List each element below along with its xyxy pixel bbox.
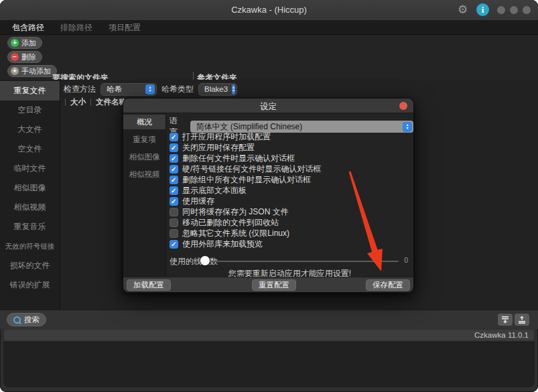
option-checkbox[interactable]: ✓ — [170, 143, 178, 152]
option-checkbox[interactable]: ✓ — [170, 165, 178, 174]
tab-included-paths[interactable]: 包含路径 — [5, 20, 51, 36]
add-path-button[interactable]: + 添加 — [7, 37, 42, 49]
add-icon: + — [11, 39, 19, 47]
sidebar-item-duplicate-files[interactable]: 重复文件 — [0, 81, 60, 101]
app-window: Czkawka - (Hiccup) ⚙ i 包含路径 排除路径 项目配置 + … — [0, 0, 538, 392]
remove-path-button[interactable]: − 删除 — [7, 51, 42, 63]
threads-slider-row: 使用的线程数 0 — [170, 255, 408, 266]
action-bar: 搜索 — [0, 310, 538, 329]
dialog-tabs: 概况 重复项 相似图像 相似视频 — [123, 113, 166, 277]
up-arrow-lines-icon — [518, 316, 526, 324]
sidebar-item-bad-extensions[interactable]: 错误的扩展 — [0, 275, 60, 295]
tab-project-config[interactable]: 项目配置 — [102, 20, 147, 36]
results-table-header: 大小 文件名称 — [60, 97, 127, 107]
remove-icon: − — [11, 53, 19, 61]
minimize-button[interactable] — [497, 6, 505, 14]
language-value: 简体中文 (Simplified Chinese) — [196, 121, 303, 133]
option-checkbox[interactable]: ✓ — [170, 186, 178, 195]
option-checkbox[interactable] — [170, 229, 178, 238]
sidebar-item-empty-dirs[interactable]: 空目录 — [0, 101, 60, 120]
option-checkbox[interactable]: ✓ — [170, 240, 178, 249]
option-row: ✓硬/符号链接任何文件时显示确认对话框 — [170, 164, 321, 175]
option-row: ✓使用外部库来加载预览 — [170, 239, 263, 250]
sidebar-item-broken-files[interactable]: 损坏的文件 — [0, 256, 60, 275]
sidebar-item-temp-files[interactable]: 临时文件 — [0, 159, 60, 178]
settings-gear-icon[interactable]: ⚙ — [458, 3, 468, 17]
option-checkbox[interactable]: ✓ — [170, 176, 178, 184]
dialog-tab-general[interactable]: 概况 — [123, 115, 165, 129]
dialog-close-button[interactable] — [399, 102, 407, 110]
add-path-label: 添加 — [21, 38, 36, 48]
compare-stack-button[interactable] — [498, 314, 513, 326]
reset-config-button[interactable]: 重置配置 — [252, 279, 296, 291]
check-method-label: 检查方法 — [64, 84, 96, 95]
option-row: 同时将缓存保存为 JSON 文件 — [170, 206, 289, 218]
window-controls — [497, 6, 531, 14]
spinner-arrows-icon: ▴▾ — [145, 84, 155, 94]
check-method-value: 哈希 — [107, 84, 122, 94]
bottom-text-panel — [3, 342, 535, 388]
option-row: ✓显示底部文本面板 — [170, 185, 247, 196]
option-checkbox[interactable]: ✓ — [170, 133, 178, 141]
dialog-title: 设定 — [123, 101, 413, 113]
option-row: 忽略其它文件系统 (仅限Linux) — [170, 228, 289, 239]
search-icon — [13, 316, 21, 324]
sidebar-item-similar-images[interactable]: 相似图像 — [0, 178, 60, 198]
option-checkbox[interactable] — [170, 218, 178, 227]
tab-excluded-paths[interactable]: 排除路径 — [54, 20, 99, 36]
option-row: 移动已删除的文件到回收站 — [170, 217, 279, 228]
column-size[interactable]: 大小 — [70, 97, 86, 107]
dialog-body: 语言 简体中文 (Simplified Chinese) ▴▾ ✓打开应用程序时… — [166, 113, 413, 277]
dialog-title-bar: 设定 — [123, 99, 413, 113]
tool-sidebar: 重复文件 空目录 大文件 空文件 临时文件 相似图像 相似视频 重复音乐 无效的… — [0, 80, 60, 310]
sidebar-item-empty-files[interactable]: 空文件 — [0, 139, 60, 159]
option-checkbox[interactable] — [170, 208, 178, 216]
search-label: 搜索 — [24, 315, 40, 325]
sidebar-item-similar-videos[interactable]: 相似视频 — [0, 198, 60, 217]
top-tab-bar: 包含路径 排除路径 项目配置 — [0, 21, 538, 35]
dialog-tab-similar-images[interactable]: 相似图像 — [123, 149, 165, 164]
settings-dialog: 设定 概况 重复项 相似图像 相似视频 语言 简体中文 (Simplified … — [123, 98, 414, 293]
close-button[interactable] — [523, 6, 531, 14]
remove-path-label: 删除 — [21, 52, 36, 62]
paths-panel: + 添加 − 删除 + 手动添加 要搜索的文件夹 参考文件夹 F:\WORK\游… — [0, 35, 538, 80]
sidebar-item-invalid-symlinks[interactable]: 无效的符号链接 — [0, 237, 60, 256]
check-method-dropdown[interactable]: 哈希 ▴▾ — [100, 83, 157, 96]
check-method-toolbar: 检查方法 哈希 ▴▾ 哈希类型 Blake3 ▴▾ — [60, 82, 237, 96]
sidebar-item-duplicate-music[interactable]: 重复音乐 — [0, 217, 60, 237]
spinner-arrows-icon: ▴▾ — [232, 84, 235, 94]
dialog-tab-similar-videos[interactable]: 相似视频 — [123, 167, 165, 182]
hash-type-label: 哈希类型 — [161, 84, 194, 95]
threads-value: 0 — [404, 256, 408, 264]
hash-type-dropdown[interactable]: Blake3 ▴▾ — [198, 83, 237, 96]
option-row: ✓打开应用程序时加载配置 — [170, 131, 271, 143]
option-checkbox[interactable]: ✓ — [170, 197, 178, 206]
manual-add-path-button[interactable]: + 手动添加 — [7, 65, 57, 77]
manual-add-label: 手动添加 — [21, 66, 51, 76]
maximize-button[interactable] — [510, 6, 518, 14]
dialog-tab-duplicates[interactable]: 重复项 — [123, 132, 165, 147]
sidebar-item-big-files[interactable]: 大文件 — [0, 120, 60, 139]
lines-down-arrow-icon — [501, 316, 509, 324]
manual-add-icon: + — [11, 67, 19, 75]
spinner-arrows-icon: ▴▾ — [403, 122, 412, 132]
dialog-action-bar: 加载配置 重置配置 保存配置 — [123, 277, 413, 292]
option-row: ✓关闭应用时保存配置 — [170, 142, 255, 153]
save-config-button[interactable]: 保存配置 — [366, 279, 410, 291]
option-checkbox[interactable]: ✓ — [170, 154, 178, 163]
title-bar: Czkawka - (Hiccup) ⚙ i — [0, 0, 538, 21]
option-row: ✓使用缓存 — [170, 196, 214, 207]
move-stack-button[interactable] — [515, 314, 529, 326]
search-button[interactable]: 搜索 — [7, 313, 46, 326]
hash-type-value: Blake3 — [204, 85, 228, 93]
load-config-button[interactable]: 加载配置 — [127, 279, 171, 291]
version-text: Czkawka 11.0.1 — [474, 331, 529, 339]
slider-track[interactable] — [208, 261, 399, 262]
option-row: ✓删除组中所有文件时显示确认对话框 — [170, 174, 311, 186]
option-row: ✓删除任何文件时显示确认对话框 — [170, 153, 295, 164]
info-icon[interactable]: i — [476, 3, 489, 16]
slider-knob[interactable] — [200, 256, 210, 265]
status-bar: Czkawka 11.0.1 — [4, 330, 534, 340]
